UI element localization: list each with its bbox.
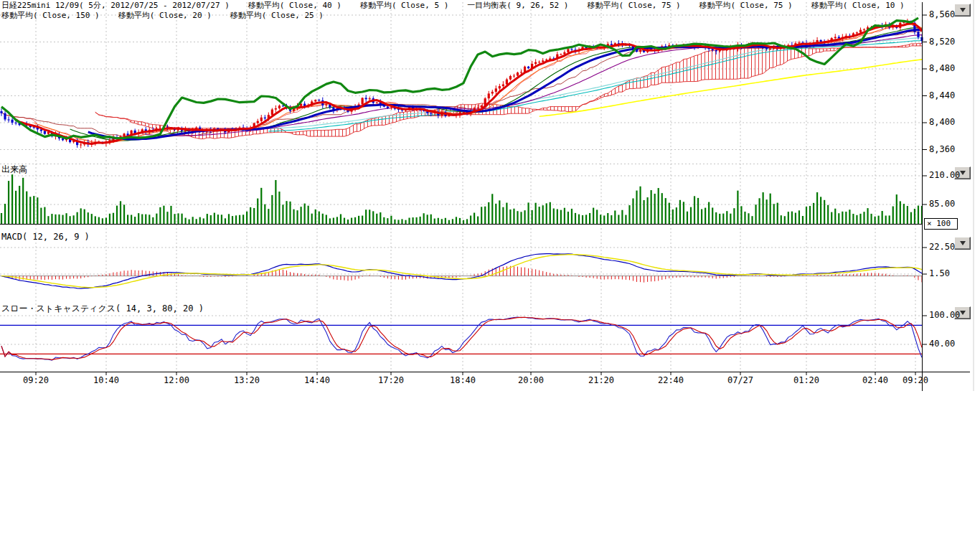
macd-ytick-label: 22.50 (929, 242, 955, 252)
price-scale-dropdown-button[interactable] (954, 4, 971, 17)
stoch-panel-title: スロー・ストキャスティクス( 14, 3, 80, 20 ) (1, 304, 204, 314)
macd-ytick-label: 1.50 (929, 269, 950, 278)
xtick-label: 22:40 (655, 376, 687, 385)
stoch-ytick-label: 100.00 (929, 311, 960, 320)
volume-panel-title: 出来高 (1, 165, 27, 174)
chevron-down-icon (960, 241, 966, 245)
xtick-label: 14:40 (301, 376, 333, 385)
xtick-label: 10:40 (90, 376, 122, 385)
price-ytick-label: 8,400 (929, 118, 955, 127)
volume-ytick-label: 210.00 (929, 171, 960, 180)
xtick-label: 12:00 (161, 376, 192, 385)
volume-ytick-label: 85.00 (929, 199, 955, 209)
macd-panel-title: MACD( 12, 26, 9 ) (1, 232, 90, 242)
chevron-down-icon (960, 171, 966, 175)
chart-canvas[interactable] (0, 0, 980, 402)
price-ytick-label: 8,480 (929, 64, 955, 73)
xtick-label: 20:00 (515, 376, 547, 385)
volume-multiplier-box: × 100 (924, 218, 958, 230)
stoch-ytick-label: 40.00 (929, 339, 955, 349)
price-ytick-label: 8,440 (929, 91, 955, 100)
xtick-label: 18:40 (447, 376, 479, 385)
xtick-label: 09:20 (900, 376, 931, 385)
price-ytick-label: 8,520 (929, 37, 955, 47)
xtick-label: 01:20 (791, 376, 822, 385)
price-ytick-label: 8,560 (929, 10, 955, 19)
xtick-label: 13:20 (231, 376, 263, 385)
price-ytick-label: 8,360 (929, 145, 955, 154)
xtick-label: 02:40 (859, 376, 891, 385)
xtick-label: 07/27 (725, 376, 756, 385)
chart-window: 日経225mini 12/09( 5分, 2012/07/25 - 2012/0… (0, 0, 980, 551)
chevron-down-icon (960, 8, 966, 12)
xtick-label: 21:20 (585, 376, 617, 385)
xtick-label: 17:20 (375, 376, 407, 385)
chevron-down-icon (960, 311, 966, 315)
xtick-label: 09:20 (20, 376, 52, 385)
macd-scale-dropdown-button[interactable] (954, 237, 971, 250)
